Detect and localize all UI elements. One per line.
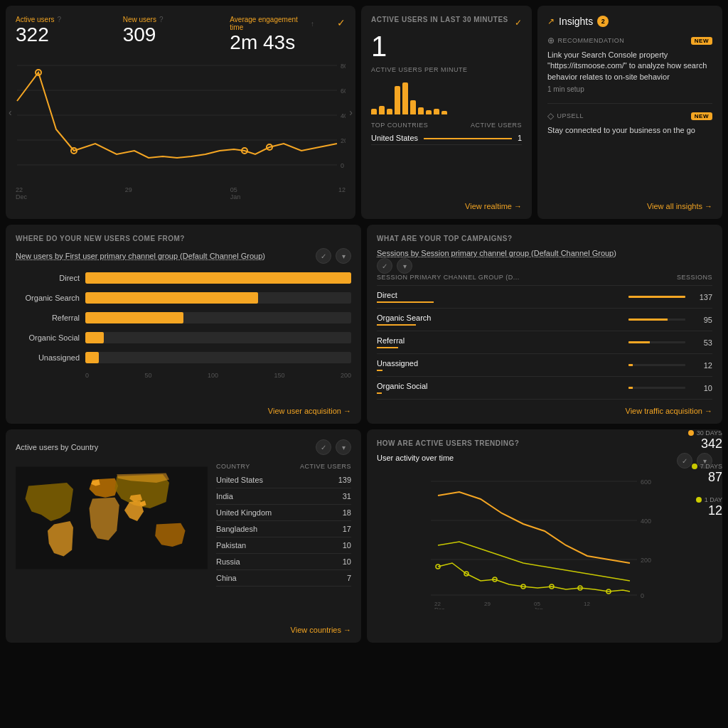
mini-bar-4 [395,86,400,114]
countries-thead: TOP COUNTRIES ACTIVE USERS [371,122,522,129]
country-row-pakistan: Pakistan 10 [216,537,351,554]
map-dropdown-ctrl[interactable]: ▾ [336,439,351,455]
sessions-thead: SESSION PRIMARY CHANNEL GROUP (D... SESS… [377,274,712,286]
acquisition-card: WHERE DO YOUR NEW USERS COME FROM? New u… [6,225,361,424]
active-users-value: 322 [16,25,100,45]
acquisition-chart-title[interactable]: New users by First user primary channel … [16,252,265,260]
sessions-row-unassigned: Unassigned 12 [377,354,712,377]
view-acquisition-link[interactable]: View user acquisition → [268,407,351,415]
mini-bar-2 [379,106,385,114]
sessions-table: SESSION PRIMARY CHANNEL GROUP (D... SESS… [377,274,712,400]
legend-value-1day: 12 [708,503,722,518]
svg-text:400: 400 [641,518,651,525]
campaigns-dropdown-ctrl[interactable]: ▾ [397,258,412,274]
upsell-type: ◇ UPSELL New [547,111,712,121]
svg-text:Dec: Dec [434,606,444,609]
country-row-bangladesh: Bangladesh 17 [216,521,351,537]
trend-svg: 600 400 200 0 [377,474,712,609]
recommendation-setup: 1 min setup [547,85,712,93]
chart-controls: ✓ ▾ [316,248,351,264]
insights-trend-icon: ↗ [547,16,555,26]
check-ctrl[interactable]: ✓ [316,248,331,264]
realtime-per-minute: ACTIVE USERS PER MINUTE [371,66,522,73]
world-map-card: Active users by Country ✓ ▾ [6,429,361,643]
campaigns-check-ctrl[interactable]: ✓ [377,258,392,274]
line-chart: 80 60 40 20 0 22Dec 29 05Jan [16,58,346,183]
next-arrow[interactable]: › [349,107,353,118]
country-table: COUNTRY ACTIVE USERS United States 139 I… [216,461,351,587]
dashboard: ‹ › Active users ? 322 New users ? 309 [0,0,728,728]
svg-text:80: 80 [341,63,346,70]
sessions-row-referral: Referral 53 [377,331,712,354]
svg-text:Jan: Jan [534,606,543,609]
world-map-svg [16,466,208,569]
campaigns-section-title: WHAT ARE YOUR TOP CAMPAIGNS? [377,235,712,242]
svg-text:29: 29 [484,601,491,607]
dropdown-ctrl[interactable]: ▾ [336,248,351,264]
sessions-row-organic: Organic Search 95 [377,309,712,331]
world-map-title[interactable]: Active users by Country [16,443,98,451]
recommendation-new-badge: New [691,37,712,45]
trend-legend: 30 DAYS 342 7 DAYS 87 [688,429,722,518]
view-countries-link[interactable]: View countries → [291,626,351,634]
active-users-label: Active users ? [16,16,100,23]
upsell-icon: ◇ [547,111,555,121]
svg-text:20: 20 [341,137,346,144]
campaigns-chart-title[interactable]: Sessions by Session primary channel grou… [377,249,616,257]
legend-1day: 1 DAY 12 [688,496,722,518]
legend-value-7days: 87 [708,470,722,485]
metrics-row: Active users ? 322 New users ? 309 Avera… [16,16,346,53]
mini-bar-9 [434,109,439,114]
trend-chart-area: 600 400 200 0 [377,474,712,611]
horiz-bars: Direct Organic Search Referral [16,272,351,363]
realtime-title: ACTIVE USERS IN LAST 30 MINUTES [371,16,508,23]
recommendation-section: ⊕ RECOMMENDATION New Link your Search Co… [547,36,712,93]
mini-bar-6 [410,100,416,114]
svg-text:12: 12 [584,601,590,607]
trending-card: HOW ARE ACTIVE USERS TRENDING? User acti… [367,429,722,643]
bar-row-organic-search: Organic Search [16,292,351,304]
svg-text:60: 60 [341,87,346,95]
view-campaigns-link[interactable]: View traffic acquisition → [626,407,712,415]
new-users-metric: New users ? 309 [123,16,208,45]
legend-dot-7days [692,464,697,469]
active-users-metric: Active users ? 322 [16,16,100,45]
row3: Active users by Country ✓ ▾ [6,429,722,643]
realtime-value: 1 [371,32,522,60]
bar-row-direct: Direct [16,272,351,284]
check-icon: ✓ [337,17,346,28]
realtime-card: ACTIVE USERS IN LAST 30 MINUTES ✓ 1 ACTI… [361,6,532,219]
new-users-label: New users ? [123,16,208,23]
mini-bar-1 [371,109,377,114]
map-check-ctrl[interactable]: ✓ [316,439,331,455]
prev-arrow[interactable]: ‹ [9,107,12,118]
row2: WHERE DO YOUR NEW USERS COME FROM? New u… [6,225,722,424]
mini-bar-3 [387,109,392,114]
x-axis-labels: 0 50 100 150 200 [16,372,351,379]
view-realtime-link[interactable]: View realtime → [465,202,522,210]
map-area [16,461,208,574]
insights-title: Insights [559,16,593,27]
country-table-header: COUNTRY ACTIVE USERS [216,461,351,472]
country-row-uk: United Kingdom 18 [216,505,351,521]
view-insights-link[interactable]: View all insights → [647,202,712,210]
campaigns-controls: ✓ ▾ [377,258,712,274]
map-content: COUNTRY ACTIVE USERS United States 139 I… [16,461,351,587]
avg-engagement-value: 2m 43s [230,33,314,53]
svg-text:0: 0 [641,592,644,599]
mini-bar-7 [418,107,424,114]
trend-chart-title: User activity over time [377,454,454,462]
bar-row-unassigned: Unassigned [16,352,351,363]
mini-bar-8 [426,110,432,114]
avg-engagement-label: Average engagement time ↑ [230,16,314,31]
sessions-row-social: Organic Social 10 [377,377,712,400]
country-row-us: United States 139 [216,472,351,488]
campaigns-chart-header: Sessions by Session primary channel grou… [377,248,712,274]
svg-text:0: 0 [341,162,344,169]
legend-value-30days: 342 [701,437,722,451]
svg-text:40: 40 [341,112,346,119]
recommendation-icon: ⊕ [547,36,555,46]
svg-text:600: 600 [641,478,651,486]
insights-divider [547,103,712,104]
countries-table: TOP COUNTRIES ACTIVE USERS United States… [371,122,522,145]
